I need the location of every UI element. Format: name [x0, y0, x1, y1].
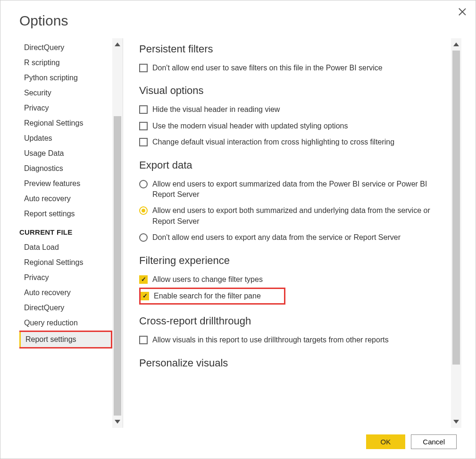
scroll-down-icon[interactable]	[451, 416, 461, 428]
section-title-filtering-experience: Filtering experience	[139, 255, 446, 267]
sidebar-item-data-load[interactable]: Data Load	[19, 240, 112, 255]
section-title-cross-report-drillthrough: Cross-report drillthrough	[139, 315, 446, 327]
option-label: Change default visual interaction from c…	[152, 137, 446, 147]
checkbox-icon[interactable]	[139, 275, 148, 284]
checkbox-icon[interactable]	[139, 64, 148, 72]
sidebar-item-usage-data[interactable]: Usage Data	[19, 146, 112, 161]
content-scrollbar[interactable]	[451, 38, 461, 428]
section-title-export-data: Export data	[139, 159, 446, 171]
checkbox-icon[interactable]	[141, 292, 149, 300]
sidebar-item-python-scripting[interactable]: Python scripting	[19, 70, 112, 85]
sidebar-item-privacy-file[interactable]: Privacy	[19, 270, 112, 285]
sidebar-item-auto-recovery-file[interactable]: Auto recovery	[19, 285, 112, 300]
sidebar-item-directquery[interactable]: DirectQuery	[19, 40, 112, 55]
sidebar-item-diagnostics[interactable]: Diagnostics	[19, 161, 112, 176]
option-persistent-dont-allow[interactable]: Don't allow end user to save filters on …	[139, 60, 446, 76]
option-hide-visual-header[interactable]: Hide the visual header in reading view	[139, 102, 446, 118]
sidebar-item-query-reduction[interactable]: Query reduction	[19, 315, 112, 331]
checkbox-icon[interactable]	[139, 336, 148, 344]
sidebar-item-report-settings-file[interactable]: Report settings	[19, 331, 112, 348]
checkbox-icon[interactable]	[139, 122, 148, 130]
dialog-body: DirectQuery R scripting Python scripting…	[19, 38, 461, 428]
option-export-summarized[interactable]: Allow end users to export summarized dat…	[139, 176, 446, 203]
scrollbar-track[interactable]	[451, 51, 461, 416]
scrollbar-thumb[interactable]	[452, 51, 460, 365]
sidebar-item-privacy[interactable]: Privacy	[19, 101, 112, 116]
section-title-persistent-filters: Persistent filters	[139, 43, 446, 55]
radio-icon[interactable]	[139, 206, 148, 215]
option-label: Allow end users to export both summarize…	[152, 205, 446, 227]
content-area: Persistent filters Don't allow end user …	[128, 38, 461, 428]
highlight-box: Enable search for the filter pane	[139, 288, 285, 305]
section-title-personalize-visuals: Personalize visuals	[139, 357, 446, 369]
ok-button[interactable]: OK	[366, 434, 406, 449]
option-cross-filtering[interactable]: Change default visual interaction from c…	[139, 134, 446, 150]
option-label: Allow visuals in this report to use dril…	[152, 335, 446, 345]
dialog-title: Options	[19, 13, 461, 29]
section-title-visual-options: Visual options	[139, 85, 446, 97]
sidebar-item-updates[interactable]: Updates	[19, 131, 112, 146]
options-dialog: Options DirectQuery R scripting Python s…	[0, 0, 476, 459]
option-enable-search-filter-pane[interactable]: Enable search for the filter pane	[141, 290, 261, 302]
sidebar-item-label: Report settings	[19, 335, 76, 343]
sidebar-section-head-current-file: CURRENT FILE	[19, 221, 112, 240]
close-icon[interactable]	[458, 7, 467, 17]
option-export-none[interactable]: Don't allow end users to export any data…	[139, 230, 446, 246]
option-label: Use the modern visual header with update…	[152, 121, 446, 131]
radio-icon[interactable]	[139, 233, 148, 242]
dialog-footer: OK Cancel	[19, 428, 461, 449]
sidebar-scrollbar[interactable]	[112, 38, 123, 428]
cancel-button[interactable]: Cancel	[411, 434, 457, 449]
checkbox-icon[interactable]	[139, 105, 148, 114]
option-label: Allow end users to export summarized dat…	[152, 179, 446, 200]
sidebar-item-preview-features[interactable]: Preview features	[19, 176, 112, 191]
scroll-up-icon[interactable]	[451, 38, 461, 51]
sidebar-item-regional-settings[interactable]: Regional Settings	[19, 116, 112, 131]
sidebar-item-security[interactable]: Security	[19, 85, 112, 101]
sidebar-item-auto-recovery[interactable]: Auto recovery	[19, 191, 112, 206]
sidebar-list: DirectQuery R scripting Python scripting…	[19, 38, 112, 428]
sidebar-item-regional-settings-file[interactable]: Regional Settings	[19, 255, 112, 270]
option-modern-visual-header[interactable]: Use the modern visual header with update…	[139, 118, 446, 134]
scrollbar-track[interactable]	[112, 51, 123, 416]
option-allow-cross-report-drillthrough[interactable]: Allow visuals in this report to use dril…	[139, 332, 446, 348]
option-label: Allow users to change filter types	[152, 274, 446, 285]
scroll-up-icon[interactable]	[112, 38, 123, 51]
content-scroll: Persistent filters Don't allow end user …	[128, 38, 451, 428]
sidebar-item-directquery-file[interactable]: DirectQuery	[19, 300, 112, 315]
option-label: Enable search for the filter pane	[154, 291, 261, 301]
option-label: Don't allow end users to export any data…	[152, 232, 446, 243]
checkbox-icon[interactable]	[139, 138, 148, 146]
scroll-down-icon[interactable]	[112, 416, 123, 428]
radio-icon[interactable]	[139, 180, 148, 188]
sidebar: DirectQuery R scripting Python scripting…	[19, 38, 123, 428]
sidebar-item-r-scripting[interactable]: R scripting	[19, 55, 112, 70]
option-label: Don't allow end user to save filters on …	[152, 63, 446, 73]
scrollbar-thumb[interactable]	[114, 116, 121, 416]
sidebar-item-report-settings-global[interactable]: Report settings	[19, 206, 112, 221]
option-allow-change-filter-types[interactable]: Allow users to change filter types	[139, 272, 446, 288]
option-export-both[interactable]: Allow end users to export both summarize…	[139, 203, 446, 230]
option-label: Hide the visual header in reading view	[152, 104, 446, 115]
